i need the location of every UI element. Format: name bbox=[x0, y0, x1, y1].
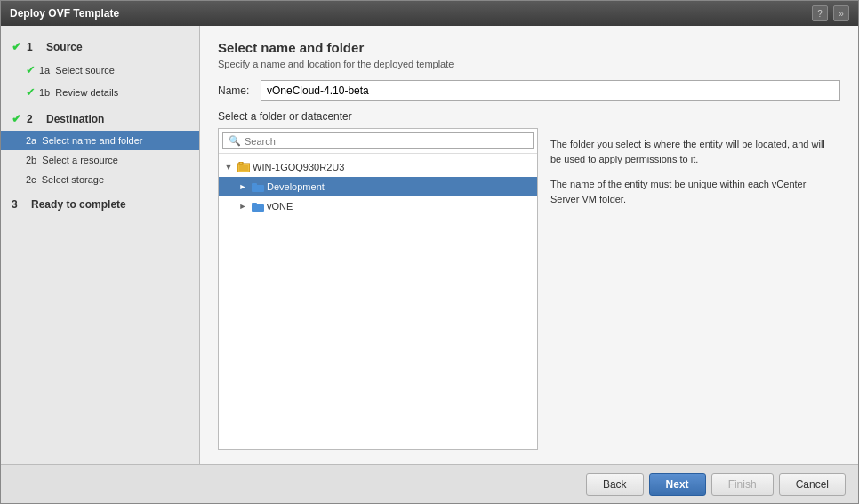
help-button[interactable]: ? bbox=[812, 5, 828, 21]
tree-node-root[interactable]: ▼ WIN-1 bbox=[219, 157, 537, 177]
tree-node-dev-label: Development bbox=[267, 181, 325, 192]
tree-toggle-dev: ► bbox=[237, 180, 249, 193]
item-1a-label: 1a Select source bbox=[39, 65, 115, 76]
search-input[interactable] bbox=[245, 136, 527, 147]
sidebar-source-number: 1 bbox=[27, 41, 33, 53]
search-box: 🔍 bbox=[219, 129, 537, 154]
deploy-ovf-dialog: Deploy OVF Template ? » ✔ 1 Source ✔ 1a … bbox=[0, 0, 859, 504]
window-title: Deploy OVF Template bbox=[10, 7, 119, 20]
finish-button[interactable]: Finish bbox=[711, 473, 774, 496]
titlebar-controls: ? » bbox=[812, 5, 849, 21]
info-panel: The folder you select is where the entit… bbox=[538, 128, 840, 450]
content-area: ✔ 1 Source ✔ 1a Select source ✔ 1b Revie… bbox=[1, 26, 858, 464]
tree-node-vone[interactable]: ► vONE bbox=[219, 196, 537, 216]
sidebar-section-source: ✔ 1 Source ✔ 1a Select source ✔ 1b Revie… bbox=[1, 35, 199, 103]
sidebar-ready-label: Ready to complete bbox=[31, 198, 126, 211]
svg-rect-6 bbox=[252, 183, 257, 186]
cancel-button[interactable]: Cancel bbox=[779, 473, 846, 496]
sidebar-source-label: Source bbox=[46, 41, 83, 53]
item-1a-check: ✔ bbox=[26, 63, 36, 76]
sidebar-dest-label: Destination bbox=[46, 113, 104, 125]
item-2a-label: 2a Select name and folder bbox=[26, 135, 142, 146]
source-check-icon: ✔ bbox=[12, 40, 21, 53]
item-1b-check: ✔ bbox=[26, 85, 36, 99]
sidebar-ready-number: 3 bbox=[12, 198, 18, 211]
tree-panel: 🔍 ▼ bbox=[218, 128, 538, 450]
item-2c-label: 2c Select storage bbox=[26, 174, 104, 185]
tree-toggle-root: ▼ bbox=[222, 161, 235, 173]
sidebar-section-title-source: ✔ 1 Source bbox=[1, 35, 199, 59]
svg-rect-7 bbox=[252, 204, 264, 212]
main-content: Select name and folder Specify a name an… bbox=[200, 26, 858, 464]
svg-rect-8 bbox=[252, 203, 257, 205]
sidebar-item-2c[interactable]: 2c Select storage bbox=[1, 170, 199, 189]
sidebar-item-2b[interactable]: 2b Select a resource bbox=[1, 150, 199, 170]
sidebar-section-ready: 3 Ready to complete bbox=[1, 193, 199, 216]
sidebar: ✔ 1 Source ✔ 1a Select source ✔ 1b Revie… bbox=[1, 26, 200, 464]
footer: Back Next Finish Cancel bbox=[1, 464, 858, 503]
item-1b-label: 1b Review details bbox=[39, 87, 118, 98]
folder-label: Select a folder or datacenter bbox=[218, 110, 840, 123]
back-button[interactable]: Back bbox=[586, 473, 644, 496]
search-icon: 🔍 bbox=[229, 135, 241, 147]
tree-toggle-vone: ► bbox=[237, 200, 249, 212]
sidebar-section-destination: ✔ 2 Destination 2a Select name and folde… bbox=[1, 107, 199, 189]
tree-node-root-label: WIN-1GOQ930R2U3 bbox=[253, 162, 344, 172]
dest-check-icon: ✔ bbox=[12, 112, 21, 125]
name-label: Name: bbox=[218, 84, 253, 97]
tree-node-vone-label: vONE bbox=[267, 201, 293, 212]
sidebar-section-title-destination: ✔ 2 Destination bbox=[1, 107, 199, 131]
folder-section: Select a folder or datacenter 🔍 bbox=[218, 110, 840, 450]
item-2b-label: 2b Select a resource bbox=[26, 155, 118, 165]
name-input[interactable] bbox=[261, 80, 840, 101]
folder-body: 🔍 ▼ bbox=[218, 128, 840, 450]
info-text-2: The name of the entity must be unique wi… bbox=[550, 177, 828, 206]
name-row: Name: bbox=[218, 80, 840, 101]
expand-button[interactable]: » bbox=[833, 5, 849, 21]
info-text-1: The folder you select is where the entit… bbox=[550, 137, 828, 166]
folder-icon-dev bbox=[251, 180, 265, 194]
sidebar-item-1a[interactable]: ✔ 1a Select source bbox=[1, 59, 199, 81]
search-input-wrap: 🔍 bbox=[222, 132, 534, 149]
sidebar-item-2a[interactable]: 2a Select name and folder bbox=[1, 131, 199, 150]
svg-rect-1 bbox=[239, 162, 243, 164]
next-button[interactable]: Next bbox=[649, 473, 706, 496]
dc-icon bbox=[237, 160, 251, 174]
tree-node-dev[interactable]: ► Development bbox=[219, 177, 537, 196]
tree-content[interactable]: ▼ WIN-1 bbox=[219, 154, 537, 449]
svg-rect-5 bbox=[252, 185, 264, 192]
page-subtitle: Specify a name and location for the depl… bbox=[218, 59, 840, 69]
folder-icon-vone bbox=[251, 199, 265, 213]
page-title: Select name and folder bbox=[218, 40, 840, 55]
titlebar: Deploy OVF Template ? » bbox=[1, 1, 858, 26]
sidebar-section-title-ready: 3 Ready to complete bbox=[1, 193, 199, 216]
sidebar-item-1b[interactable]: ✔ 1b Review details bbox=[1, 81, 199, 103]
sidebar-dest-number: 2 bbox=[27, 113, 33, 125]
